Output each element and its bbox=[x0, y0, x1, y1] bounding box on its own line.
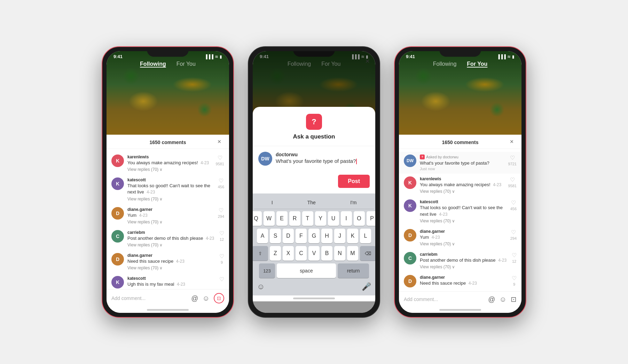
pinned-question-text: What's your favorite type of pasta? bbox=[420, 160, 505, 166]
emoji-key[interactable]: ☺ bbox=[257, 282, 265, 291]
mention-icon-1[interactable]: @ bbox=[191, 294, 198, 302]
key-y[interactable]: Y bbox=[315, 211, 326, 226]
post-button[interactable]: Post bbox=[338, 175, 370, 188]
close-comments-1[interactable]: × bbox=[215, 137, 223, 146]
close-comments-3[interactable]: × bbox=[508, 137, 516, 146]
key-b[interactable]: B bbox=[321, 246, 332, 261]
key-t[interactable]: T bbox=[302, 211, 313, 226]
key-l[interactable]: L bbox=[360, 229, 371, 243]
pinned-question-time: Just now bbox=[420, 167, 505, 171]
keyboard-row-bottom: 123 space return bbox=[254, 263, 374, 278]
comment-like[interactable]: ♡ 12 bbox=[512, 252, 517, 263]
question-icon-small: ? bbox=[420, 155, 425, 159]
comment-like[interactable]: ♡ 456 bbox=[510, 199, 517, 211]
key-backspace[interactable]: ⌫ bbox=[360, 246, 375, 261]
suggestion-im[interactable]: I'm bbox=[346, 198, 361, 207]
notch-1 bbox=[147, 47, 189, 57]
view-replies[interactable]: View replies (70) ∨ bbox=[127, 197, 214, 201]
comment-like[interactable]: ♡ 294 bbox=[218, 207, 224, 219]
suggestion-the[interactable]: The bbox=[303, 198, 320, 207]
key-h[interactable]: H bbox=[321, 229, 332, 243]
comment-input-bar-1: Add comment... @ ☺ ⊡ bbox=[107, 289, 229, 307]
add-comment-input-1[interactable]: Add comment... bbox=[111, 295, 187, 301]
nav-following-3[interactable]: Following bbox=[433, 61, 457, 67]
comment-like[interactable]: ♡ 9581 bbox=[216, 155, 224, 166]
emoji-icon-3[interactable]: ☺ bbox=[500, 295, 507, 303]
key-return[interactable]: return bbox=[338, 263, 369, 278]
nav-overlay-3: Following For You bbox=[399, 61, 521, 67]
nav-foryou-3[interactable]: For You bbox=[467, 61, 487, 67]
emoji-icon-1[interactable]: ☺ bbox=[203, 294, 210, 302]
mention-icon-3[interactable]: @ bbox=[488, 295, 495, 303]
comment-like[interactable]: ♡ 9581 bbox=[508, 176, 517, 188]
comment-like[interactable]: ♡ 456 bbox=[218, 177, 224, 189]
key-n[interactable]: N bbox=[334, 246, 345, 261]
key-c[interactable]: C bbox=[296, 246, 307, 261]
key-r[interactable]: R bbox=[289, 211, 300, 226]
key-space[interactable]: space bbox=[277, 263, 336, 278]
modal-title: Ask a question bbox=[293, 133, 335, 140]
avatar-pinned: DW bbox=[404, 155, 416, 167]
key-k[interactable]: K bbox=[347, 229, 358, 243]
comments-panel-1: 1650 comments × K karenlewis You always … bbox=[107, 135, 229, 313]
view-replies[interactable]: View replies (70) ∨ bbox=[127, 167, 212, 172]
key-m[interactable]: M bbox=[347, 246, 358, 261]
view-replies[interactable]: View replies (70) ∨ bbox=[420, 189, 505, 194]
comment-text: That looks so good!! Can't wait to see t… bbox=[127, 183, 214, 195]
key-shift[interactable]: ⇧ bbox=[253, 246, 268, 261]
comments-count-3: 1650 comments bbox=[442, 140, 478, 145]
comment-like[interactable]: ♡ bbox=[219, 276, 224, 283]
key-p[interactable]: P bbox=[367, 211, 376, 226]
key-z[interactable]: Z bbox=[270, 246, 281, 261]
nav-foryou-1[interactable]: For You bbox=[176, 61, 196, 67]
question-icon-button-1[interactable]: ⊡ bbox=[214, 293, 224, 303]
view-replies[interactable]: View replies (70) ∨ bbox=[420, 219, 507, 223]
view-replies[interactable]: View replies (70) ∨ bbox=[127, 220, 214, 224]
add-comment-input-3[interactable]: Add comment... bbox=[404, 296, 484, 302]
comment-username: diane.garner bbox=[420, 275, 508, 280]
key-s[interactable]: S bbox=[270, 229, 281, 243]
key-q[interactable]: Q bbox=[253, 211, 262, 226]
key-w[interactable]: W bbox=[264, 211, 275, 226]
comment-like[interactable]: ♡ 9 bbox=[512, 275, 517, 286]
list-item: D diane.garner Yum 4-23 View replies (70… bbox=[107, 204, 229, 227]
comment-like[interactable]: ♡ 9 bbox=[219, 253, 224, 264]
key-f[interactable]: F bbox=[296, 229, 307, 243]
modal-close-button[interactable]: × bbox=[365, 57, 370, 66]
key-u[interactable]: U bbox=[328, 211, 339, 226]
pinned-question-like[interactable]: ♡ 9721 bbox=[508, 155, 517, 166]
mic-key[interactable]: 🎤 bbox=[362, 282, 371, 291]
avatar: D bbox=[404, 275, 416, 287]
key-g[interactable]: G bbox=[308, 229, 320, 243]
suggestion-i[interactable]: I bbox=[267, 198, 277, 207]
avatar: D bbox=[111, 207, 124, 220]
view-replies[interactable]: View replies (70) ∨ bbox=[127, 266, 216, 270]
comments-header-3: 1650 comments × bbox=[399, 135, 521, 149]
wifi-icon-3: ≋ bbox=[507, 54, 511, 59]
key-j[interactable]: J bbox=[334, 229, 345, 243]
comment-text: Need this sauce recipe 4-23 bbox=[127, 258, 216, 264]
phone-1: 9:41 ▐▐▐ ≋ ▮ Following For You 1650 comm… bbox=[102, 46, 234, 318]
keyboard-suggestions: I The I'm bbox=[254, 196, 374, 209]
nav-following-1[interactable]: Following bbox=[140, 61, 166, 67]
key-i[interactable]: I bbox=[341, 211, 352, 226]
comment-like[interactable]: ♡ 294 bbox=[510, 229, 517, 240]
view-replies[interactable]: View replies (70) ∨ bbox=[420, 242, 507, 246]
question-input-area: DW doctorwu What's your favorite type of… bbox=[253, 146, 375, 171]
comment-text: Post another demo of this dish please 4-… bbox=[127, 235, 216, 242]
avatar: K bbox=[404, 176, 416, 189]
key-e[interactable]: E bbox=[276, 211, 288, 226]
view-replies[interactable]: View replies (70) ∨ bbox=[127, 243, 216, 247]
comment-like[interactable]: ♡ 12 bbox=[219, 230, 224, 242]
question-icon-3[interactable]: ⊡ bbox=[511, 295, 517, 303]
key-o[interactable]: O bbox=[354, 211, 365, 226]
key-123[interactable]: 123 bbox=[259, 263, 275, 278]
home-indicator-1 bbox=[147, 309, 189, 311]
question-input[interactable]: What's your favorite type of pasta? bbox=[276, 157, 357, 165]
list-item: D diane.garner Need this sauce recipe 4-… bbox=[107, 250, 229, 273]
key-d[interactable]: D bbox=[283, 229, 294, 243]
view-replies[interactable]: View replies (70) ∨ bbox=[420, 264, 508, 269]
key-v[interactable]: V bbox=[308, 246, 320, 261]
key-a[interactable]: A bbox=[257, 229, 268, 243]
key-x[interactable]: X bbox=[283, 246, 294, 261]
